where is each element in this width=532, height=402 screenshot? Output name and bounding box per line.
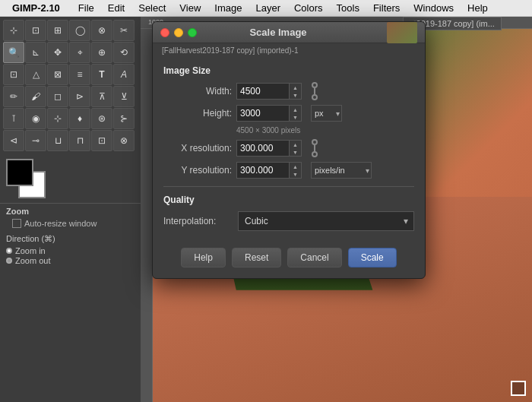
dialog-buttons: Help Reset Cancel Scale <box>153 242 425 278</box>
dialog-overlay: Scale Image [FallHarvest2019-187 copy] (… <box>0 0 532 402</box>
x-resolution-spinner-up[interactable]: ▲ <box>290 141 301 148</box>
y-resolution-spinner-up[interactable]: ▲ <box>290 163 301 170</box>
resolution-chain <box>309 139 320 157</box>
height-row: Height: ▲ ▼ px in mm cm <box>163 105 414 122</box>
x-resolution-input-group: ▲ ▼ <box>236 140 302 157</box>
chain-link <box>309 82 320 100</box>
unit-select[interactable]: px in mm cm % <box>311 105 342 122</box>
reset-button[interactable]: Reset <box>232 248 281 267</box>
interpolation-select[interactable]: None Linear Cubic Sinc (Lanczos3) <box>238 211 414 231</box>
height-label: Height: <box>163 108 232 119</box>
x-resolution-input[interactable] <box>236 140 290 157</box>
y-resolution-row: Y resolution: ▲ ▼ pixels/in pixels/mm pi… <box>163 162 414 179</box>
width-input[interactable] <box>236 83 290 100</box>
chain-top <box>312 82 318 88</box>
y-resolution-spinner-down[interactable]: ▼ <box>290 170 301 178</box>
res-unit-select[interactable]: pixels/in pixels/mm pixels/cm <box>311 162 372 179</box>
interpolation-row: Interpolation: None Linear Cubic Sinc (L… <box>163 211 414 231</box>
dialog-body: Image Size Width: ▲ ▼ <box>153 58 425 242</box>
dialog-titlebar: Scale Image <box>153 22 425 43</box>
width-row: Width: ▲ ▼ <box>163 82 414 100</box>
image-size-section-title: Image Size <box>163 65 414 76</box>
interpolation-select-wrapper: None Linear Cubic Sinc (Lanczos3) <box>238 211 414 231</box>
interpolation-label: Interpolation: <box>163 216 232 226</box>
dialog-thumbnail <box>387 22 417 43</box>
width-input-group: ▲ ▼ <box>236 83 302 100</box>
width-spinner-down[interactable]: ▼ <box>290 91 301 99</box>
x-resolution-spinner: ▲ ▼ <box>290 140 302 157</box>
unit-select-wrapper: px in mm cm % <box>311 105 342 122</box>
scale-button[interactable]: Scale <box>348 248 397 267</box>
res-chain-top <box>312 139 318 145</box>
height-spinner: ▲ ▼ <box>290 105 302 122</box>
close-button[interactable] <box>160 28 169 37</box>
quality-section-title: Quality <box>163 195 414 205</box>
help-button[interactable]: Help <box>181 248 226 267</box>
x-resolution-row: X resolution: ▲ ▼ <box>163 139 414 157</box>
dialog-title: Scale Image <box>174 27 382 38</box>
res-unit-select-wrapper: pixels/in pixels/mm pixels/cm <box>311 162 372 179</box>
height-input-group: ▲ ▼ <box>236 105 302 122</box>
width-label: Width: <box>163 86 232 97</box>
x-resolution-label: X resolution: <box>163 143 232 154</box>
y-resolution-input[interactable] <box>236 162 290 179</box>
scale-image-dialog: Scale Image [FallHarvest2019-187 copy] (… <box>152 21 426 279</box>
cancel-button[interactable]: Cancel <box>287 248 341 267</box>
separator <box>163 186 414 187</box>
height-input[interactable] <box>236 105 290 122</box>
chain-bottom <box>312 94 318 100</box>
res-chain-stem <box>314 145 315 151</box>
x-resolution-spinner-down[interactable]: ▼ <box>290 148 301 156</box>
width-spinner: ▲ ▼ <box>290 83 302 100</box>
unit-label: px in mm cm % <box>311 105 342 122</box>
chain-stem <box>314 88 315 94</box>
y-resolution-input-group: ▲ ▼ <box>236 162 302 179</box>
y-resolution-label: Y resolution: <box>163 165 232 176</box>
dialog-subtitle: [FallHarvest2019-187 copy] (imported)-1 <box>153 43 425 58</box>
width-spinner-up[interactable]: ▲ <box>290 84 301 91</box>
height-spinner-up[interactable]: ▲ <box>290 106 301 113</box>
size-hint: 4500 × 3000 pixels <box>236 126 414 135</box>
res-unit-wrapper: pixels/in pixels/mm pixels/cm <box>311 162 372 179</box>
height-spinner-down[interactable]: ▼ <box>290 113 301 121</box>
y-resolution-spinner: ▲ ▼ <box>290 162 302 179</box>
res-chain-bottom <box>312 151 318 157</box>
